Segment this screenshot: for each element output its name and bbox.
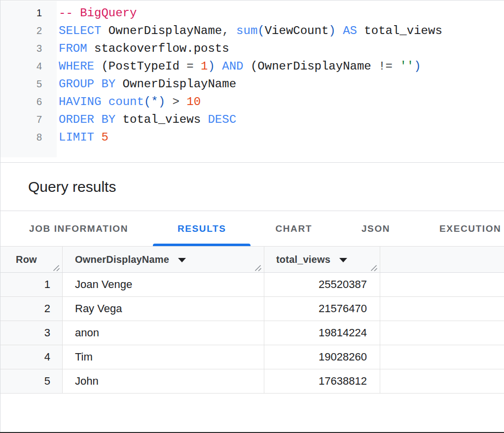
- active-tab-underline: [153, 244, 251, 246]
- line-number: 1: [0, 4, 42, 22]
- token-op: =: [186, 60, 193, 73]
- token-op: !=: [378, 60, 393, 73]
- token-pl: [194, 60, 201, 73]
- tab-job-information[interactable]: JOB INFORMATION: [4, 212, 153, 246]
- results-table-header: RowOwnerDisplayNametotal_views: [0, 247, 504, 273]
- sql-editor[interactable]: 1-- BigQuery2SELECT OwnerDisplayName, su…: [0, 0, 504, 163]
- token-pb: ): [414, 60, 421, 73]
- token-kw: DESC: [208, 113, 236, 126]
- token-cm: -- BigQuery: [59, 6, 137, 20]
- tab-label: CHART: [275, 223, 312, 234]
- token-kw: AS: [343, 24, 357, 37]
- column-resize-icon[interactable]: [52, 263, 60, 271]
- tab-chart[interactable]: CHART: [251, 212, 337, 246]
- code-line-7[interactable]: 7ORDER BY total_views DESC: [0, 110, 504, 128]
- row-filler: [380, 297, 504, 321]
- column-resize-icon[interactable]: [254, 263, 262, 271]
- cell-ownerdisplayname: John: [63, 369, 264, 393]
- cell-ownerdisplayname: Tim: [63, 345, 264, 369]
- code-line-5[interactable]: 5GROUP BY OwnerDisplayName: [0, 75, 504, 93]
- column-label: OwnerDisplayName: [75, 254, 169, 265]
- token-kw: HAVING: [59, 95, 101, 108]
- token-op: ,: [222, 24, 229, 37]
- row-filler: [380, 273, 504, 296]
- token-pl: [101, 95, 108, 108]
- token-kw: SELECT: [59, 24, 101, 37]
- token-pl: [244, 60, 251, 73]
- row-filler: [380, 345, 504, 369]
- token-num: 10: [186, 95, 201, 108]
- cell-total-views: 19814224: [264, 321, 380, 345]
- token-pl: [336, 24, 343, 37]
- token-num: 5: [101, 131, 108, 144]
- token-num: 1: [201, 60, 208, 73]
- token-pb: (: [257, 24, 264, 37]
- tab-json[interactable]: JSON: [337, 212, 415, 246]
- line-number: 8: [0, 128, 42, 146]
- cell-total-views: 21576470: [264, 297, 380, 321]
- token-kw: FROM: [59, 42, 87, 55]
- table-row: 4Tim19028260: [0, 345, 504, 369]
- row-filler: [380, 369, 504, 393]
- page-title: Query results: [28, 179, 116, 195]
- code-line-8[interactable]: 8LIMIT 5: [0, 128, 504, 146]
- code-line-2[interactable]: 2SELECT OwnerDisplayName, sum(ViewCount)…: [0, 22, 504, 39]
- sort-dropdown-icon[interactable]: [339, 258, 347, 262]
- row-number-cell: 5: [0, 369, 63, 393]
- column-label: Row: [16, 254, 37, 265]
- code-line-6[interactable]: 6HAVING count(*) > 10: [0, 93, 504, 110]
- code-line-4[interactable]: 4WHERE (PostTypeId = 1) AND (OwnerDispla…: [0, 57, 504, 75]
- tab-label: JSON: [361, 223, 390, 234]
- cell-ownerdisplayname: anon: [63, 321, 264, 345]
- token-pl: [215, 60, 222, 73]
- cell-ownerdisplayname: Ray Vega: [63, 297, 264, 321]
- row-number-cell: 1: [0, 273, 63, 296]
- token-str: '': [399, 60, 414, 73]
- token-pd: (: [101, 60, 108, 73]
- column-header-total-views[interactable]: total_views: [264, 247, 380, 272]
- table-row: 2Ray Vega21576470: [0, 297, 504, 321]
- tab-execution-details[interactable]: EXECUTION DETAILS: [415, 212, 504, 246]
- token-fn: count: [108, 95, 144, 108]
- sql-code[interactable]: 1-- BigQuery2SELECT OwnerDisplayName, su…: [0, 4, 504, 146]
- column-header-row[interactable]: Row: [0, 247, 63, 272]
- cell-ownerdisplayname: Joan Venge: [63, 273, 264, 296]
- bigquery-results-page: { "colors": { "accent": "#1A73E8", "keyw…: [0, 0, 504, 433]
- token-kw: GROUP BY: [59, 77, 115, 91]
- cell-total-views: 19028260: [264, 345, 380, 369]
- token-kw: ORDER BY: [59, 113, 115, 126]
- token-pl: total_views: [357, 24, 442, 37]
- column-resize-icon[interactable]: [370, 263, 378, 271]
- tab-label: EXECUTION DETAILS: [439, 223, 504, 234]
- token-kw: LIMIT: [59, 131, 94, 144]
- token-pl: [229, 24, 236, 37]
- row-filler: [380, 321, 504, 345]
- token-pl: stackoverflow.posts: [87, 42, 229, 55]
- column-header-ownerdisplayname[interactable]: OwnerDisplayName: [63, 247, 264, 272]
- line-number: 5: [0, 75, 42, 93]
- code-line-3[interactable]: 3FROM stackoverflow.posts: [0, 39, 504, 57]
- line-number: 6: [0, 93, 42, 110]
- token-pl: [393, 60, 399, 73]
- line-number: 2: [0, 22, 42, 39]
- table-row: 5John17638812: [0, 369, 504, 394]
- code-line-1[interactable]: 1-- BigQuery: [0, 4, 504, 22]
- line-number: 7: [0, 110, 42, 128]
- column-label: total_views: [276, 254, 330, 265]
- row-number-cell: 2: [0, 297, 63, 321]
- code-text: WHERE (PostTypeId = 1) AND (OwnerDisplay…: [42, 58, 421, 75]
- token-pb: ): [208, 60, 215, 73]
- sort-dropdown-icon[interactable]: [178, 258, 186, 262]
- tab-results[interactable]: RESULTS: [153, 212, 251, 246]
- table-row: 1Joan Venge25520387: [0, 273, 504, 297]
- code-text: ORDER BY total_views DESC: [42, 111, 236, 129]
- token-pl: [165, 95, 172, 108]
- token-pl: [94, 131, 101, 144]
- cell-total-views: 17638812: [264, 369, 380, 393]
- token-pl: [94, 60, 101, 73]
- results-table: RowOwnerDisplayNametotal_views 1Joan Ven…: [0, 247, 504, 394]
- token-op: >: [172, 95, 179, 108]
- code-text: GROUP BY OwnerDisplayName: [42, 75, 236, 93]
- code-text: HAVING count(*) > 10: [42, 93, 201, 111]
- tab-label: JOB INFORMATION: [29, 223, 128, 234]
